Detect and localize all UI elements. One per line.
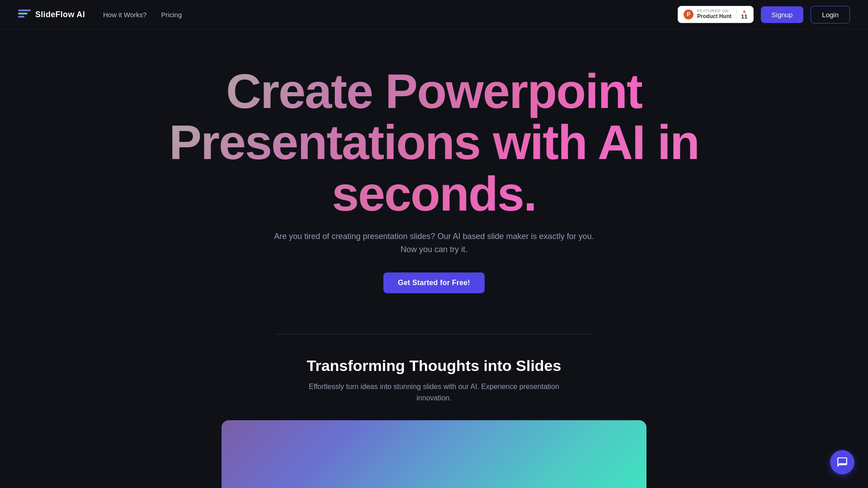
product-hunt-featured-label: FEATURED ON (697, 9, 731, 13)
features-title: Transforming Thoughts into Slides (307, 357, 561, 375)
product-hunt-badge[interactable]: P FEATURED ON Product Hunt ▲ 11 (678, 6, 753, 23)
features-subtitle: Effortlessly turn ideas into stunning sl… (303, 381, 565, 404)
navbar-right: P FEATURED ON Product Hunt ▲ 11 Signup L… (678, 6, 850, 23)
nav-pricing[interactable]: Pricing (161, 11, 182, 19)
navbar: SlideFlow AI How it Works? Pricing P FEA… (0, 0, 868, 29)
nav-links: How it Works? Pricing (103, 11, 182, 19)
section-divider (276, 334, 592, 334)
login-button[interactable]: Login (811, 6, 850, 23)
product-hunt-count: 11 (741, 14, 747, 19)
cta-button[interactable]: Get Started for Free! (383, 272, 485, 293)
chat-icon (836, 456, 848, 468)
navbar-left: SlideFlow AI How it Works? Pricing (18, 9, 182, 19)
chat-button[interactable] (830, 450, 854, 474)
product-hunt-name: Product Hunt (697, 13, 731, 19)
hero-section: Create Powerpoint Presentations with AI … (0, 29, 868, 320)
product-hunt-logo: P (684, 9, 693, 19)
hero-title: Create Powerpoint Presentations with AI … (163, 66, 705, 219)
logo-icon (18, 9, 31, 19)
logo[interactable]: SlideFlow AI (18, 9, 85, 19)
signup-button[interactable]: Signup (761, 6, 804, 23)
hero-subtitle: Are you tired of creating presentation s… (271, 230, 597, 256)
preview-card (222, 420, 646, 488)
logo-text: SlideFlow AI (35, 10, 85, 19)
product-hunt-votes: ▲ 11 (736, 9, 747, 19)
product-hunt-text: FEATURED ON Product Hunt (697, 9, 731, 19)
nav-how-it-works[interactable]: How it Works? (103, 11, 146, 19)
features-section: Transforming Thoughts into Slides Effort… (0, 357, 868, 488)
